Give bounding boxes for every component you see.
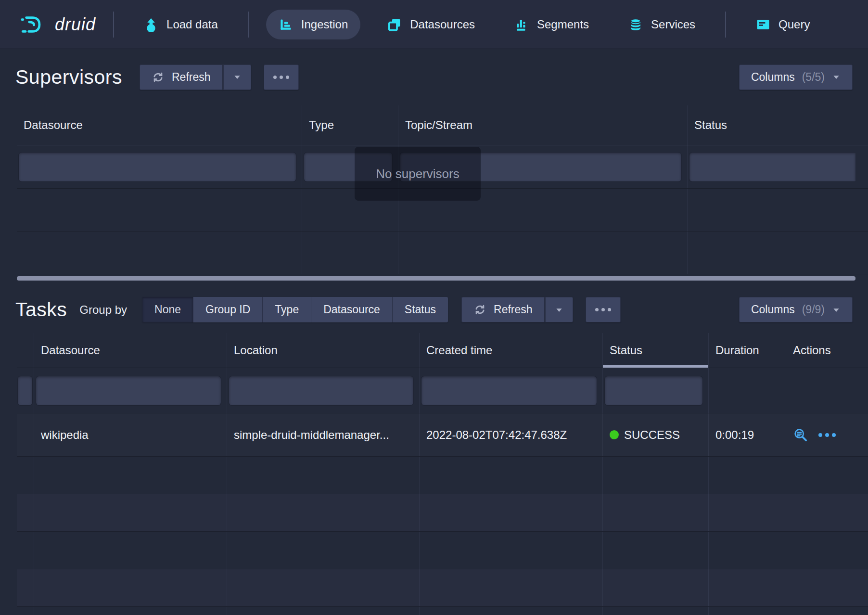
supervisors-refresh-split-button: Refresh <box>140 64 251 90</box>
column-header-topic-stream[interactable]: Topic/Stream <box>398 105 688 145</box>
nav-item-label: Segments <box>537 18 589 31</box>
more-icon <box>818 433 836 437</box>
columns-label: Columns <box>751 71 795 84</box>
datasources-icon <box>387 17 402 32</box>
task-status: SUCCESS <box>603 413 709 456</box>
filter-input-type[interactable] <box>304 153 392 181</box>
task-detail-button[interactable] <box>793 427 808 442</box>
navbar: druid Load data Ingestion <box>0 0 868 49</box>
nav-item-label: Ingestion <box>301 18 348 31</box>
tasks-columns-button[interactable]: Columns (9/9) <box>739 297 853 322</box>
tasks-refresh-button[interactable]: Refresh <box>461 297 545 322</box>
nav-item-label: Load data <box>166 18 218 31</box>
filter-input-partial[interactable] <box>18 376 32 405</box>
empty-row <box>17 607 868 615</box>
column-header-location[interactable]: Location <box>227 333 420 368</box>
refresh-icon <box>152 71 165 84</box>
group-by-segmented-control: None Group ID Type Datasource Status <box>142 297 448 322</box>
nav-item-query[interactable]: Query <box>743 10 822 39</box>
ingestion-icon <box>279 17 293 32</box>
task-datasource: wikipedia <box>34 413 227 456</box>
status-badge: SUCCESS <box>624 428 680 442</box>
refresh-icon <box>473 303 486 316</box>
nav-item-services[interactable]: Services <box>616 10 708 39</box>
group-by-none-button[interactable]: None <box>142 297 193 322</box>
group-by-group-id-button[interactable]: Group ID <box>193 297 263 322</box>
filter-input-status[interactable] <box>605 376 702 405</box>
more-icon <box>273 76 289 79</box>
empty-row <box>17 231 868 274</box>
column-header-duration[interactable]: Duration <box>709 333 786 368</box>
more-icon <box>595 308 611 311</box>
column-header-actions[interactable]: Actions <box>786 333 855 368</box>
supervisors-table-header-row: Datasource Type Topic/Stream Status <box>17 105 868 145</box>
empty-row <box>17 457 868 494</box>
brand-name: druid <box>55 14 96 35</box>
tasks-table: Datasource Location Created time Status … <box>0 333 868 615</box>
filter-input-datasource[interactable] <box>19 153 296 181</box>
filter-input-topic-stream[interactable] <box>400 153 681 181</box>
filter-input-datasource[interactable] <box>36 376 221 405</box>
supervisors-more-button[interactable] <box>264 64 299 90</box>
supervisors-title: Supervisors <box>15 66 122 89</box>
upload-icon <box>144 17 158 32</box>
druid-console: druid Load data Ingestion <box>0 0 868 615</box>
columns-count: (9/9) <box>802 303 825 316</box>
supervisors-table: Datasource Type Topic/Stream Status No s… <box>0 105 868 274</box>
chevron-down-icon <box>555 306 563 314</box>
nav-item-datasources[interactable]: Datasources <box>375 10 487 39</box>
column-header-datasource[interactable]: Datasource <box>17 105 302 145</box>
filter-input-location[interactable] <box>229 376 413 405</box>
tasks-title: Tasks <box>15 298 67 321</box>
column-header-expander <box>17 333 34 368</box>
tasks-table-header-row: Datasource Location Created time Status … <box>17 333 868 368</box>
nav-item-ingestion[interactable]: Ingestion <box>266 10 360 39</box>
tasks-more-button[interactable] <box>586 297 621 322</box>
group-by-datasource-button[interactable]: Datasource <box>311 297 393 322</box>
druid-logo-icon <box>18 13 48 36</box>
tasks-header: Tasks Group by None Group ID Type Dataso… <box>0 281 868 333</box>
supervisors-columns-button[interactable]: Columns (5/5) <box>739 64 853 90</box>
nav-divider <box>113 12 114 38</box>
supervisors-filter-row <box>17 145 868 189</box>
task-location: simple-druid-middlemanager... <box>227 413 420 456</box>
nav-item-load-data[interactable]: Load data <box>131 10 230 39</box>
column-header-datasource[interactable]: Datasource <box>34 333 227 368</box>
column-header-status[interactable]: Status <box>688 105 855 145</box>
segments-icon <box>514 17 529 32</box>
horizontal-scrollbar[interactable] <box>17 276 855 281</box>
columns-count: (5/5) <box>802 71 825 84</box>
filter-input-created-time[interactable] <box>421 376 597 405</box>
task-duration: 0:00:19 <box>709 413 786 456</box>
services-icon <box>628 17 643 32</box>
column-header-status-sorted[interactable]: Status <box>603 333 709 368</box>
row-expander-cell <box>17 413 34 456</box>
query-icon <box>756 17 770 32</box>
supervisors-header: Supervisors Refresh <box>0 49 868 105</box>
group-by-type-button[interactable]: Type <box>263 297 311 322</box>
filter-input-status[interactable] <box>689 153 855 181</box>
column-header-created-time[interactable]: Created time <box>420 333 603 368</box>
empty-row <box>17 569 868 607</box>
tasks-refresh-split-button: Refresh <box>461 297 573 322</box>
nav-item-label: Query <box>779 18 810 31</box>
column-header-type[interactable]: Type <box>302 105 398 145</box>
supervisors-refresh-button[interactable]: Refresh <box>140 64 223 90</box>
chevron-down-icon <box>832 306 841 314</box>
nav-divider <box>248 12 249 38</box>
task-row-wikipedia[interactable]: wikipedia simple-druid-middlemanager... … <box>17 413 868 457</box>
group-by-status-button[interactable]: Status <box>393 297 448 322</box>
empty-row <box>17 189 868 231</box>
chevron-down-icon <box>832 73 841 81</box>
brand[interactable]: druid <box>18 13 96 36</box>
supervisors-refresh-options-button[interactable] <box>223 64 251 90</box>
nav-divider <box>725 12 726 38</box>
group-by-label: Group by <box>79 303 127 317</box>
refresh-label: Refresh <box>494 303 533 316</box>
nav-item-segments[interactable]: Segments <box>502 10 601 39</box>
tasks-refresh-options-button[interactable] <box>545 297 573 322</box>
task-more-actions-button[interactable] <box>818 433 836 437</box>
task-created-time: 2022-08-02T07:42:47.638Z <box>420 413 603 456</box>
tasks-filter-row <box>17 368 868 413</box>
status-success-dot <box>610 430 619 439</box>
